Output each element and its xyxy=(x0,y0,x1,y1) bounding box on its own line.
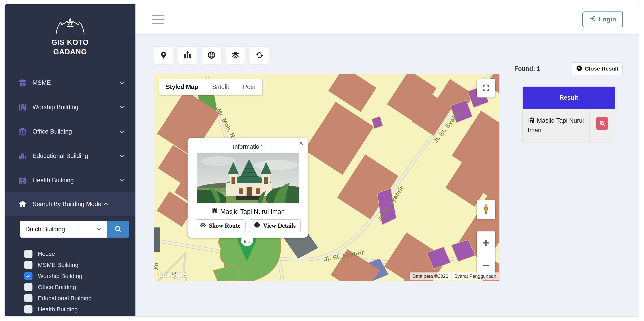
info-circle-icon xyxy=(254,222,260,230)
map-type-styled-map[interactable]: Styled Map xyxy=(159,79,205,95)
result-card: Result Masjid Tapi Nurul Iman xyxy=(522,86,615,142)
search-plus-icon xyxy=(599,120,606,127)
sidebar-item-worship-building[interactable]: Worship Building xyxy=(5,95,136,119)
marker-tool-button[interactable] xyxy=(154,46,173,64)
logo-title-line2: GADANG xyxy=(5,47,136,57)
content-area: Mr. Moh. Nazir Jl. St. Syahrir Jl. St. S… xyxy=(136,35,639,316)
checkbox-label: Health Building xyxy=(38,306,78,313)
pegman-button[interactable] xyxy=(477,200,495,219)
school-icon xyxy=(18,152,27,160)
map-canvas[interactable]: Mr. Moh. Nazir Jl. St. Syahrir Jl. St. S… xyxy=(154,74,500,281)
layers-icon xyxy=(231,51,240,60)
layers-tool-button[interactable] xyxy=(226,46,245,64)
checkbox-label: Educational Building xyxy=(38,295,92,301)
close-result-button[interactable]: Close Result xyxy=(572,62,623,75)
map-data-copyright: Data peta ©2020 xyxy=(410,272,451,280)
sidebar-menu: MSME Worship Building Office Building Ed… xyxy=(5,71,136,315)
show-route-button[interactable]: Show Route xyxy=(195,219,246,232)
checkbox[interactable] xyxy=(24,305,32,313)
chevron-down-icon xyxy=(119,153,125,159)
result-card-header[interactable]: Result xyxy=(522,87,615,109)
store-icon xyxy=(18,79,27,87)
sidebar-item-search-by-building-model[interactable]: Search By Building Model xyxy=(5,192,136,216)
chevron-down-icon xyxy=(119,80,125,86)
map-icon xyxy=(184,51,192,60)
sidebar-item-label: Educational Building xyxy=(32,152,88,160)
view-details-label: View Details xyxy=(263,222,296,229)
app-logo: GIS KOTO GADANG xyxy=(5,15,136,57)
layer-checkbox-list: House MSME Building Worship Building Off… xyxy=(24,248,136,315)
checkbox-row-worship-building[interactable]: Worship Building xyxy=(24,270,136,281)
close-result-label: Close Result xyxy=(585,66,618,72)
login-button[interactable]: Login xyxy=(582,12,623,27)
map-attribution: Data peta ©2020 Syarat Penggunaan xyxy=(410,272,499,280)
google-logo: Google xyxy=(158,270,188,279)
sidebar-item-label: MSME xyxy=(32,79,51,86)
mosque-photo xyxy=(197,153,299,203)
checkbox[interactable] xyxy=(24,272,32,280)
checkbox-row-msme-building[interactable]: MSME Building xyxy=(24,259,136,270)
results-panel: Found: 1 Close Result Result Masjid Tapi… xyxy=(514,62,623,142)
map-type-peta[interactable]: Peta xyxy=(236,79,262,95)
chevron-down-icon xyxy=(119,128,125,135)
zoom-in-button[interactable]: + xyxy=(477,231,495,254)
found-count: Found: 1 xyxy=(514,65,540,72)
building-model-selected-value: Dutch Building xyxy=(25,226,65,233)
sidebar-item-office-building[interactable]: Office Building xyxy=(5,119,136,144)
close-icon[interactable]: × xyxy=(299,140,303,147)
mosque-icon xyxy=(18,103,27,112)
map-tool-button[interactable] xyxy=(178,46,197,64)
view-details-button[interactable]: View Details xyxy=(249,219,301,232)
globe-icon xyxy=(207,51,216,60)
sidebar-item-label: Health Building xyxy=(32,177,74,184)
place-name-row: Masjid Tapi Nurul Iman xyxy=(188,207,308,216)
checkbox-row-office-building[interactable]: Office Building xyxy=(24,281,136,293)
sidebar-item-label: Search By Building Model xyxy=(32,200,103,208)
result-row: Masjid Tapi Nurul Iman xyxy=(522,109,615,142)
checkbox-label: Office Building xyxy=(38,284,76,290)
fullscreen-button[interactable] xyxy=(477,79,495,98)
main-area: Login xyxy=(136,4,639,316)
chevron-down-icon xyxy=(96,226,102,232)
terms-of-use-link[interactable]: Syarat Penggunaan xyxy=(452,272,499,280)
refresh-tool-button[interactable] xyxy=(250,46,269,64)
map-type-control: Styled Map Satelit Peta xyxy=(159,79,262,95)
logo-title-line1: GIS KOTO xyxy=(5,38,136,47)
checkbox[interactable] xyxy=(24,294,32,302)
map-marker-icon xyxy=(160,51,168,60)
minangkabau-roof-icon xyxy=(51,15,89,36)
globe-tool-button[interactable] xyxy=(202,46,221,64)
result-item-name: Masjid Tapi Nurul Iman xyxy=(528,117,584,134)
checkbox[interactable] xyxy=(24,261,32,269)
check-icon xyxy=(26,273,31,279)
checkbox-label: Worship Building xyxy=(38,273,82,279)
hospital-icon xyxy=(18,176,27,185)
car-icon xyxy=(200,222,206,230)
landmark-icon xyxy=(18,127,27,136)
info-window-actions: Show Route View Details xyxy=(188,219,308,232)
checkbox-row-educational-building[interactable]: Educational Building xyxy=(24,293,136,304)
checkbox-label: MSME Building xyxy=(38,261,78,268)
map-type-satelit[interactable]: Satelit xyxy=(205,79,236,95)
sidebar-item-health-building[interactable]: Health Building xyxy=(5,168,136,192)
mosque-icon xyxy=(528,117,535,124)
building-model-search-button[interactable] xyxy=(107,221,129,238)
map-toolbar xyxy=(154,46,269,64)
hamburger-menu-icon[interactable] xyxy=(151,13,165,26)
search-icon xyxy=(114,225,122,233)
sidebar-item-msme[interactable]: MSME xyxy=(5,71,136,95)
checkbox[interactable] xyxy=(24,250,32,258)
sign-in-icon xyxy=(589,15,596,24)
building-model-select[interactable]: Dutch Building xyxy=(20,221,107,238)
sidebar-item-label: Worship Building xyxy=(32,104,78,111)
building-model-search-row: Dutch Building xyxy=(20,221,129,238)
sidebar: GIS KOTO GADANG MSME Worship Building Of… xyxy=(5,4,136,316)
pegman-icon xyxy=(481,204,491,215)
sidebar-item-educational-building[interactable]: Educational Building xyxy=(5,144,136,168)
checkbox[interactable] xyxy=(24,283,32,291)
app-frame: GIS KOTO GADANG MSME Worship Building Of… xyxy=(4,4,639,317)
topbar: Login xyxy=(136,4,639,35)
checkbox-row-house[interactable]: House xyxy=(24,248,136,259)
zoom-to-result-button[interactable] xyxy=(596,117,608,130)
checkbox-row-health-building[interactable]: Health Building xyxy=(24,304,136,315)
